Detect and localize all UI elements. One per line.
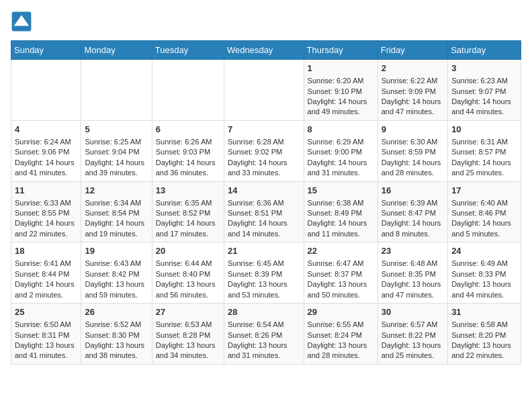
day-info: Daylight: 14 hours and 36 minutes. xyxy=(156,158,220,179)
calendar-cell: 25Sunrise: 6:50 AMSunset: 8:31 PMDayligh… xyxy=(11,304,81,365)
day-info: Sunset: 8:40 PM xyxy=(156,269,220,279)
day-info: Sunset: 8:55 PM xyxy=(15,208,77,218)
day-info: Sunrise: 6:30 AM xyxy=(382,137,444,147)
day-info: Sunset: 9:09 PM xyxy=(382,87,444,97)
day-info: Sunrise: 6:40 AM xyxy=(451,198,517,208)
calendar-cell: 15Sunrise: 6:38 AMSunset: 8:49 PMDayligh… xyxy=(304,181,378,242)
day-info: Sunset: 9:06 PM xyxy=(15,147,77,157)
day-info: Sunset: 8:28 PM xyxy=(156,330,220,340)
day-info: Daylight: 14 hours and 33 minutes. xyxy=(228,158,300,179)
day-info: Sunrise: 6:53 AM xyxy=(156,320,220,330)
calendar-cell: 12Sunrise: 6:34 AMSunset: 8:54 PMDayligh… xyxy=(81,181,152,242)
day-number: 29 xyxy=(308,306,374,318)
day-number: 4 xyxy=(15,124,77,136)
day-info: Sunset: 8:42 PM xyxy=(85,269,148,279)
day-info: Daylight: 14 hours and 11 minutes. xyxy=(308,218,374,239)
day-info: Sunrise: 6:25 AM xyxy=(85,137,148,147)
day-info: Sunrise: 6:41 AM xyxy=(15,259,77,269)
calendar-cell: 8Sunrise: 6:29 AMSunset: 9:00 PMDaylight… xyxy=(304,120,378,181)
day-info: Daylight: 14 hours and 28 minutes. xyxy=(382,158,444,179)
day-info: Daylight: 13 hours and 28 minutes. xyxy=(308,340,374,361)
calendar-cell: 11Sunrise: 6:33 AMSunset: 8:55 PMDayligh… xyxy=(11,181,81,242)
day-info: Sunrise: 6:23 AM xyxy=(451,76,517,86)
day-info: Sunset: 9:03 PM xyxy=(156,147,220,157)
day-info: Sunset: 8:24 PM xyxy=(308,330,374,340)
day-number: 20 xyxy=(156,245,220,257)
day-info: Sunrise: 6:50 AM xyxy=(15,320,77,330)
day-header-thursday: Thursday xyxy=(304,41,378,60)
calendar-cell: 9Sunrise: 6:30 AMSunset: 8:59 PMDaylight… xyxy=(378,120,447,181)
day-info: Daylight: 14 hours and 31 minutes. xyxy=(308,158,374,179)
calendar-cell: 18Sunrise: 6:41 AMSunset: 8:44 PMDayligh… xyxy=(11,242,81,304)
day-info: Sunrise: 6:22 AM xyxy=(382,76,444,86)
day-info: Sunset: 8:46 PM xyxy=(451,208,517,218)
calendar-cell: 20Sunrise: 6:44 AMSunset: 8:40 PMDayligh… xyxy=(152,242,224,304)
day-info: Daylight: 14 hours and 47 minutes. xyxy=(382,97,444,118)
day-info: Sunrise: 6:57 AM xyxy=(382,320,444,330)
day-info: Sunset: 8:51 PM xyxy=(228,208,300,218)
day-info: Sunrise: 6:55 AM xyxy=(308,320,374,330)
day-header-friday: Friday xyxy=(378,41,447,60)
day-info: Sunrise: 6:52 AM xyxy=(85,320,148,330)
day-number: 24 xyxy=(451,245,517,257)
day-number: 21 xyxy=(228,245,300,257)
day-info: Sunrise: 6:35 AM xyxy=(156,198,220,208)
day-info: Daylight: 14 hours and 44 minutes. xyxy=(451,97,517,118)
day-number: 28 xyxy=(228,306,300,318)
day-info: Sunset: 9:10 PM xyxy=(308,87,374,97)
day-number: 16 xyxy=(382,185,444,197)
day-info: Sunrise: 6:49 AM xyxy=(451,259,517,269)
day-info: Sunrise: 6:33 AM xyxy=(15,198,77,208)
day-info: Daylight: 13 hours and 34 minutes. xyxy=(156,340,220,361)
day-info: Sunrise: 6:26 AM xyxy=(156,137,220,147)
calendar-cell: 7Sunrise: 6:28 AMSunset: 9:02 PMDaylight… xyxy=(224,120,304,181)
calendar-cell: 16Sunrise: 6:39 AMSunset: 8:47 PMDayligh… xyxy=(378,181,447,242)
calendar-cell: 17Sunrise: 6:40 AMSunset: 8:46 PMDayligh… xyxy=(448,181,521,242)
day-info: Sunrise: 6:20 AM xyxy=(308,76,374,86)
day-info: Sunset: 8:52 PM xyxy=(156,208,220,218)
calendar-week-row: 4Sunrise: 6:24 AMSunset: 9:06 PMDaylight… xyxy=(11,120,521,181)
day-info: Daylight: 14 hours and 14 minutes. xyxy=(228,218,300,239)
calendar-cell: 4Sunrise: 6:24 AMSunset: 9:06 PMDaylight… xyxy=(11,120,81,181)
day-info: Daylight: 13 hours and 56 minutes. xyxy=(156,279,220,300)
day-info: Sunrise: 6:28 AM xyxy=(228,137,300,147)
calendar-cell: 26Sunrise: 6:52 AMSunset: 8:30 PMDayligh… xyxy=(81,304,152,365)
day-info: Sunset: 8:35 PM xyxy=(382,269,444,279)
calendar-week-row: 1Sunrise: 6:20 AMSunset: 9:10 PMDaylight… xyxy=(11,60,521,121)
calendar-cell xyxy=(152,60,224,121)
day-info: Daylight: 14 hours and 22 minutes. xyxy=(15,218,77,239)
day-number: 1 xyxy=(308,62,374,75)
day-info: Sunrise: 6:34 AM xyxy=(85,198,148,208)
calendar-cell: 6Sunrise: 6:26 AMSunset: 9:03 PMDaylight… xyxy=(152,120,224,181)
day-info: Daylight: 14 hours and 39 minutes. xyxy=(85,158,148,179)
day-number: 14 xyxy=(228,185,300,197)
day-number: 25 xyxy=(15,306,77,318)
calendar-cell: 10Sunrise: 6:31 AMSunset: 8:57 PMDayligh… xyxy=(448,120,521,181)
day-info: Sunrise: 6:47 AM xyxy=(308,259,374,269)
day-info: Sunset: 8:49 PM xyxy=(308,208,374,218)
calendar-week-row: 11Sunrise: 6:33 AMSunset: 8:55 PMDayligh… xyxy=(11,181,521,242)
calendar-cell: 29Sunrise: 6:55 AMSunset: 8:24 PMDayligh… xyxy=(304,304,378,365)
day-info: Sunrise: 6:43 AM xyxy=(85,259,148,269)
day-info: Sunset: 8:20 PM xyxy=(451,330,517,340)
day-info: Sunset: 8:39 PM xyxy=(228,269,300,279)
day-info: Sunset: 9:00 PM xyxy=(308,147,374,157)
day-number: 31 xyxy=(451,306,517,318)
day-info: Sunrise: 6:54 AM xyxy=(228,320,300,330)
day-info: Sunset: 8:47 PM xyxy=(382,208,444,218)
day-number: 17 xyxy=(451,185,517,197)
day-number: 11 xyxy=(15,185,77,197)
day-info: Daylight: 13 hours and 44 minutes. xyxy=(451,279,517,300)
day-info: Sunrise: 6:44 AM xyxy=(156,259,220,269)
day-number: 7 xyxy=(228,124,300,136)
day-info: Daylight: 14 hours and 5 minutes. xyxy=(451,218,517,239)
day-number: 27 xyxy=(156,306,220,318)
day-number: 8 xyxy=(308,124,374,136)
calendar-cell xyxy=(81,60,152,121)
calendar-cell: 24Sunrise: 6:49 AMSunset: 8:33 PMDayligh… xyxy=(448,242,521,304)
day-number: 30 xyxy=(382,306,444,318)
day-info: Sunset: 8:26 PM xyxy=(228,330,300,340)
calendar-cell: 31Sunrise: 6:58 AMSunset: 8:20 PMDayligh… xyxy=(448,304,521,365)
day-number: 9 xyxy=(382,124,444,136)
logo-icon xyxy=(11,11,32,32)
